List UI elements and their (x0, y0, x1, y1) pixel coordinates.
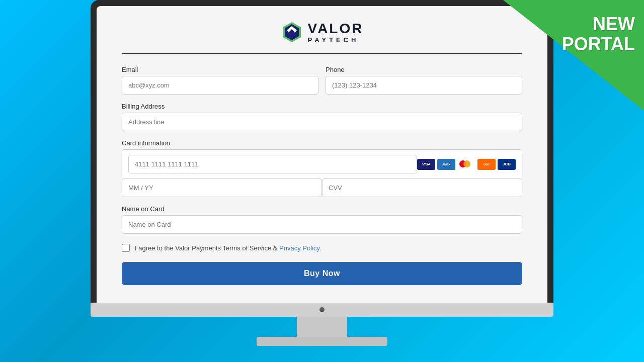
payment-form-container: VALOR PAYTECH Email Phone (97, 6, 547, 303)
imac-screen-inner: VALOR PAYTECH Email Phone (97, 6, 547, 303)
logo-valor: VALOR (308, 22, 364, 36)
visa-icon: VISA (417, 159, 435, 170)
imac-stand-top (297, 317, 347, 337)
email-label: Email (122, 66, 318, 73)
email-input[interactable] (122, 76, 318, 95)
discover-icon: DISC (477, 159, 496, 170)
header-divider (122, 53, 522, 54)
card-number-row: VISA AMEX DISC JCB (122, 149, 522, 178)
billing-label: Billing Address (122, 103, 522, 110)
card-icons: VISA AMEX DISC JCB (417, 159, 516, 170)
phone-input[interactable] (326, 76, 522, 95)
privacy-policy-text: Privacy Policy. (279, 244, 321, 252)
card-info-section: Card information VISA AMEX (122, 139, 522, 197)
banner-line2: PORTAL (562, 34, 635, 54)
terms-checkbox[interactable] (122, 244, 130, 252)
logo-text: VALOR PAYTECH (308, 22, 364, 43)
terms-text-static: I agree to the Valor Payments Terms of S… (135, 244, 277, 252)
card-info-label: Card information (122, 139, 522, 147)
terms-row: I agree to the Valor Payments Terms of S… (122, 244, 522, 252)
card-number-input[interactable] (128, 155, 417, 173)
logo-area: VALOR PAYTECH (122, 21, 522, 43)
imac-camera (319, 307, 325, 312)
imac-chin (91, 303, 553, 317)
buy-now-button[interactable]: Buy Now (122, 262, 522, 285)
imac-monitor: VALOR PAYTECH Email Phone (86, 0, 558, 346)
logo-paytech: PAYTECH (308, 37, 364, 43)
amex-icon: AMEX (437, 159, 455, 170)
valor-logo-icon (281, 21, 303, 43)
privacy-policy-link[interactable]: Privacy Policy. (279, 244, 321, 252)
email-group: Email (122, 66, 318, 95)
jcb-icon: JCB (498, 159, 516, 170)
banner-line1: NEW (593, 14, 635, 34)
banner-text: NEW PORTAL (562, 14, 635, 54)
cvv-input[interactable] (322, 178, 522, 197)
name-on-card-label: Name on Card (122, 205, 522, 213)
email-phone-row: Email Phone (122, 66, 522, 95)
expiry-input[interactable] (122, 178, 322, 197)
terms-text: I agree to the Valor Payments Terms of S… (135, 244, 321, 252)
mastercard-icon (457, 159, 475, 170)
imac-screen-outer: VALOR PAYTECH Email Phone (91, 0, 553, 303)
phone-label: Phone (326, 66, 522, 73)
phone-group: Phone (326, 66, 522, 95)
expiry-cvv-row (122, 178, 522, 197)
billing-row: Billing Address (122, 103, 522, 131)
billing-address-input[interactable] (122, 113, 522, 131)
name-on-card-section: Name on Card (122, 205, 522, 234)
imac-stand-base (257, 337, 387, 346)
name-on-card-input[interactable] (122, 215, 522, 234)
billing-group: Billing Address (122, 103, 522, 131)
